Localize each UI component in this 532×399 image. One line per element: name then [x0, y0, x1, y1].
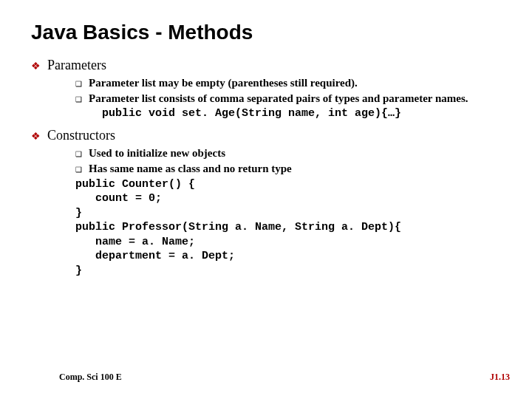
slide-title: Java Basics - Methods — [31, 21, 501, 44]
list-item: ❑ Parameter list may be empty (parenthes… — [75, 76, 501, 90]
square-bullet-icon: ❑ — [75, 150, 89, 158]
code-sample: public Counter() { count = 0; } public P… — [75, 177, 501, 279]
section-constructors: ❖ Constructors — [31, 128, 501, 143]
footer-page: J1.13 — [490, 372, 510, 383]
diamond-bullet-icon: ❖ — [31, 130, 47, 142]
section-heading: Constructors — [47, 128, 115, 143]
list-item: ❑ Used to initialize new objects — [75, 146, 501, 160]
item-text: Has same name as class and no return typ… — [89, 162, 292, 176]
list-item: ❑ Parameter list consists of comma separ… — [75, 92, 501, 106]
section-heading: Parameters — [47, 58, 106, 73]
square-bullet-icon: ❑ — [75, 80, 89, 88]
parameters-items: ❑ Parameter list may be empty (parenthes… — [75, 76, 501, 120]
diamond-bullet-icon: ❖ — [31, 60, 47, 72]
item-text: Parameter list may be empty (parentheses… — [89, 76, 358, 90]
item-text: Parameter list consists of comma separat… — [89, 92, 468, 106]
list-item: ❑ Has same name as class and no return t… — [75, 162, 501, 176]
code-sample: public void set. Age(String name, int ag… — [102, 107, 501, 121]
item-text: Used to initialize new objects — [89, 146, 225, 160]
square-bullet-icon: ❑ — [75, 166, 89, 174]
section-parameters: ❖ Parameters — [31, 58, 501, 73]
square-bullet-icon: ❑ — [75, 95, 89, 103]
footer-course: Comp. Sci 100 E — [59, 372, 122, 383]
constructors-items: ❑ Used to initialize new objects ❑ Has s… — [75, 146, 501, 278]
